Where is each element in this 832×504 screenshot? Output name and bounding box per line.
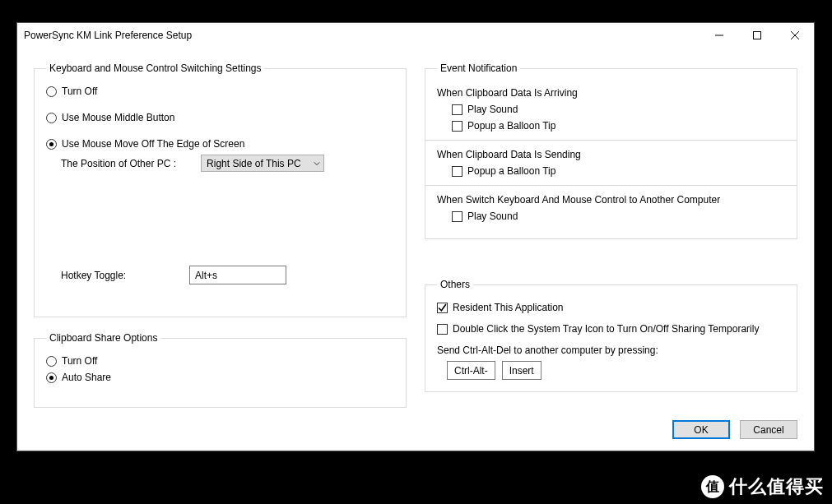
others-cad-label: Send Ctrl-Alt-Del to another computer by… [437,344,785,356]
minimize-button[interactable] [700,23,738,48]
kbm-turnoff-row[interactable]: Turn Off [46,86,394,97]
cancel-button[interactable]: Cancel [740,420,797,439]
right-column: Event Notification When Clipboard Data I… [425,62,797,442]
spacer [46,172,394,262]
kbm-position-select[interactable]: Right Side of This PC [201,155,324,172]
checkbox-icon [452,104,462,115]
others-dblclick-label: Double Click the System Tray Icon to Tur… [453,323,759,335]
kbm-hotkey-label: Hotkey Toggle: [61,270,189,281]
kbm-legend: Keyboard and Mouse Control Switching Set… [46,62,264,74]
others-cad-combo: Ctrl-Alt- Insert [447,361,785,380]
svg-rect-0 [754,32,761,39]
event-arriving-label: When Clipboard Data Is Arriving [437,87,785,99]
watermark-text: 什么值得买 [729,474,824,499]
kbm-turnoff-label: Turn Off [62,86,97,97]
ok-button[interactable]: OK [672,420,730,439]
close-icon [791,31,799,39]
maximize-icon [753,31,761,39]
others-resident-label: Resident This Application [453,302,564,313]
kbm-position-row: The Position of Other PC : Right Side of… [61,155,394,172]
kbm-middle-label: Use Mouse Middle Button [62,112,174,123]
left-column: Keyboard and Mouse Control Switching Set… [34,62,407,442]
kbm-edge-row[interactable]: Use Mouse Move Off The Edge of Screen [46,138,394,150]
radio-icon [46,113,57,123]
checkbox-icon [437,324,448,335]
close-button[interactable] [776,23,814,48]
event-arriving-balloon-row[interactable]: Popup a Balloon Tip [452,120,785,132]
others-cad-key[interactable]: Insert [502,361,541,380]
radio-icon [46,139,57,150]
event-arriving-sound-row[interactable]: Play Sound [452,104,785,115]
kbm-position-label: The Position of Other PC : [61,158,176,169]
checkbox-icon [452,166,462,177]
others-legend: Others [437,279,473,290]
clipshare-legend: Clipboard Share Options [46,332,160,344]
others-group: Others Resident This Application Double … [425,279,797,392]
kbm-edge-label: Use Mouse Move Off The Edge of Screen [62,138,244,150]
others-cad-prefix[interactable]: Ctrl-Alt- [447,361,495,380]
event-sending-label: When Clipboard Data Is Sending [437,149,785,160]
event-group: Event Notification When Clipboard Data I… [425,62,797,239]
divider [425,140,797,141]
radio-icon [46,356,57,367]
kbm-middle-row[interactable]: Use Mouse Middle Button [46,112,394,123]
titlebar: PowerSync KM Link Preference Setup [17,23,814,48]
minimize-icon [715,31,723,39]
event-arriving-balloon-label: Popup a Balloon Tip [467,120,555,132]
others-resident-row[interactable]: Resident This Application [437,302,785,313]
clipshare-off-label: Turn Off [62,355,97,367]
divider [425,185,797,186]
clipshare-auto-row[interactable]: Auto Share [46,372,394,383]
checkbox-icon [452,121,462,132]
dialog-buttons: OK Cancel [672,420,797,439]
watermark: 值 什么值得买 [701,474,824,499]
event-switch-sound-row[interactable]: Play Sound [452,210,785,222]
maximize-button[interactable] [738,23,776,48]
kbm-hotkey-row: Hotkey Toggle: [61,266,394,284]
event-arriving-sound-label: Play Sound [467,104,518,115]
others-dblclick-row[interactable]: Double Click the System Tray Icon to Tur… [437,323,785,335]
clipshare-off-row[interactable]: Turn Off [46,355,394,367]
kbm-position-value: Right Side of This PC [207,158,301,169]
client-area: Keyboard and Mouse Control Switching Set… [17,48,814,451]
radio-icon [46,372,57,383]
clipshare-group: Clipboard Share Options Turn Off Auto Sh… [34,332,407,408]
radio-icon [46,86,57,97]
watermark-badge-icon: 值 [701,475,724,498]
window-title: PowerSync KM Link Preference Setup [24,30,700,41]
app-window: PowerSync KM Link Preference Setup Keybo… [16,22,815,451]
event-switch-sound-label: Play Sound [467,210,518,222]
event-sending-balloon-label: Popup a Balloon Tip [467,165,555,177]
checkbox-icon [437,303,448,313]
checkbox-icon [452,211,462,222]
chevron-down-icon [314,160,320,167]
event-sending-balloon-row[interactable]: Popup a Balloon Tip [452,165,785,177]
event-legend: Event Notification [437,62,520,74]
clipshare-auto-label: Auto Share [62,372,111,383]
kbm-hotkey-input[interactable] [189,266,286,284]
kbm-group: Keyboard and Mouse Control Switching Set… [34,62,407,317]
event-switch-label: When Switch Keyboard And Mouse Control t… [437,194,785,206]
